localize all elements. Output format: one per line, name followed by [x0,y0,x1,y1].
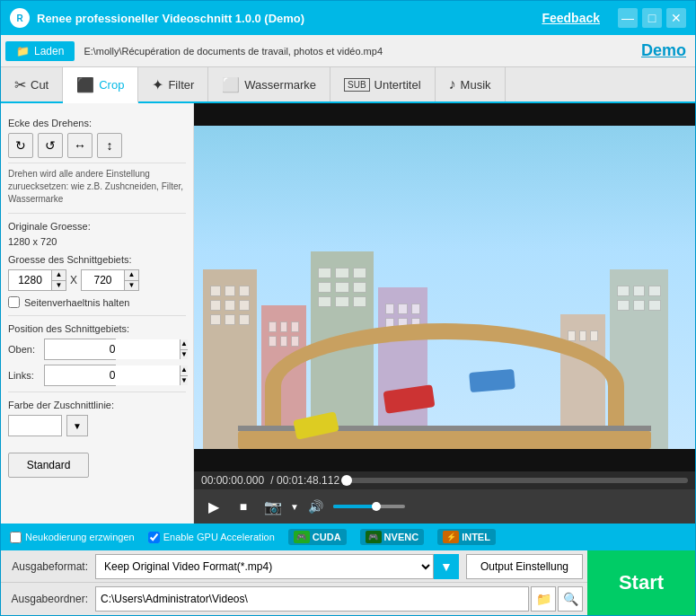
file-bar: 📁 Laden E:\molly\Récupération de documen… [1,35,695,67]
gpu-acceleration-checkbox[interactable] [148,532,160,543]
warning-text: Drehen wird alle andere Einstellung zuru… [8,163,186,206]
close-button[interactable]: ✕ [666,8,686,28]
progress-bar[interactable] [347,478,688,483]
tab-wassermarke-label: Wassermarke [244,78,316,92]
volume-handle[interactable] [372,502,381,511]
tab-crop[interactable]: ⬛ Crop [63,67,138,103]
search-button[interactable]: 🔍 [558,586,583,612]
tab-filter-label: Filter [168,78,194,92]
links-down-arrow[interactable]: ▼ [181,376,188,386]
height-down-arrow[interactable]: ▼ [125,281,138,291]
divider-3 [8,392,186,392]
right-panel: 00:00:00.000 / 00:01:48.112 ▶ ■ 📷 ▼ 🔊 [194,103,695,524]
tab-untertitel[interactable]: SUB Untertitel [330,67,436,101]
minimize-button[interactable]: — [618,8,638,28]
seitenverhaeltnis-label[interactable]: Seitenverhaeltnis halten [24,297,129,308]
width-spinbox: ▲ ▼ [8,269,66,291]
height-spinbox: ▲ ▼ [81,269,139,291]
building-1 [203,269,257,449]
app-icon: R [10,8,30,28]
toolbar: ✂ Cut ⬛ Crop ✦ Filter ⬜ Wassermarke SUB … [1,67,695,103]
tab-cut[interactable]: ✂ Cut [1,67,63,101]
maximize-button[interactable]: □ [642,8,662,28]
volume-slider[interactable] [333,505,405,508]
feedback-link[interactable]: Feedback [542,11,600,25]
oben-down-arrow[interactable]: ▼ [181,350,188,360]
playback-bar: ▶ ■ 📷 ▼ 🔊 [194,489,695,524]
camera-dropdown-icon[interactable]: ▼ [290,502,299,512]
black-bar-bottom [194,449,695,471]
windows-5 [610,278,668,318]
folder-button[interactable]: 📁 [531,586,556,612]
screenshot-button[interactable]: 📷 [260,494,286,519]
wassermarke-icon: ⬜ [222,76,240,93]
links-up-arrow[interactable]: ▲ [181,365,188,376]
divider-2 [8,315,186,316]
width-down-arrow[interactable]: ▼ [52,281,66,291]
tab-filter[interactable]: ✦ Filter [138,67,208,101]
gpu-acceleration-label[interactable]: Enable GPU Acceleration [163,532,275,542]
cuda-icon: 🎮 [294,531,310,543]
progress-handle[interactable] [341,475,352,486]
window-controls: — □ ✕ [618,8,686,28]
flip-v-button[interactable]: ↕ [97,133,122,158]
laden-icon: 📁 [16,45,30,57]
volume-fill [333,505,376,508]
output-setting-button[interactable]: Output Einstellung [466,554,583,579]
divider-1 [8,213,186,214]
start-button[interactable]: Start [587,550,695,615]
standard-button[interactable]: Standard [8,453,89,478]
musik-icon: ♪ [449,76,456,92]
main-window: R Renee professioneller Videoschnitt 1.0… [0,0,696,616]
windows-1 [203,278,257,332]
nvenc-badge: 🎮 NVENC [360,529,425,545]
seitenverhaeltnis-checkbox[interactable] [8,296,20,308]
play-button[interactable]: ▶ [201,494,226,519]
cuda-label: CUDA [313,532,341,542]
stop-button[interactable]: ■ [231,494,256,519]
title-bar: R Renee professioneller Videoschnitt 1.0… [1,1,695,35]
demo-label: Demo [641,41,686,60]
oben-up-arrow[interactable]: ▲ [181,339,188,350]
height-up-arrow[interactable]: ▲ [125,270,138,281]
format-select[interactable]: Keep Original Video Format(*.mp4) [95,554,434,579]
tab-wassermarke[interactable]: ⬜ Wassermarke [208,67,330,101]
left-panel: Ecke des Drehens: ↻ ↺ ↔ ↕ Drehen wird al… [1,103,194,524]
cut-icon: ✂ [14,76,26,93]
rotation-controls: ↻ ↺ ↔ ↕ [8,133,186,158]
color-swatch[interactable] [8,415,62,436]
size-row: ▲ ▼ X ▲ ▼ [8,269,186,291]
width-input[interactable] [9,270,51,290]
height-input[interactable] [82,270,124,290]
cuda-badge: 🎮 CUDA [288,529,347,545]
oben-label: Oben: [8,344,44,355]
untertitel-icon: SUB [344,78,370,92]
rotate-cw-button[interactable]: ↻ [8,133,33,158]
farbe-label: Farbe der Zuschnittlinie: [8,400,186,410]
ausgabeordner-label: Ausgabeordner: [5,593,95,605]
laden-button[interactable]: 📁 Laden [5,41,75,61]
neukodierung-checkbox[interactable] [10,532,22,543]
time-bar: 00:00:00.000 / 00:01:48.112 [194,471,695,489]
dir-row: Ausgabeordner: 📁 🔍 [1,583,587,615]
crop-icon: ⬛ [76,76,94,93]
dir-input[interactable] [95,586,529,612]
oben-row: Oben: ▲ ▼ [8,339,186,360]
tab-musik[interactable]: ♪ Musik [436,67,506,101]
links-label: Links: [8,370,44,381]
oben-spinbox: ▲ ▼ [44,339,116,360]
app-icon-letter: R [16,13,22,23]
file-path: E:\molly\Récupération de documents de tr… [79,46,641,57]
format-arrow-button[interactable]: ▼ [434,554,459,579]
flip-h-button[interactable]: ↔ [67,133,93,158]
oben-input[interactable] [45,339,180,359]
color-dropdown-button[interactable]: ▼ [66,415,88,436]
bottom-left: Ausgabeformat: Keep Original Video Forma… [1,550,587,615]
links-input[interactable] [45,365,180,385]
rotate-ccw-button[interactable]: ↺ [38,133,63,158]
neukodierung-label[interactable]: Neukodierung erzwingen [25,532,135,542]
filter-icon: ✦ [152,76,163,93]
volume-button[interactable]: 🔊 [304,494,329,519]
width-up-arrow[interactable]: ▲ [52,270,66,281]
intel-icon: ⚡ [443,531,459,543]
